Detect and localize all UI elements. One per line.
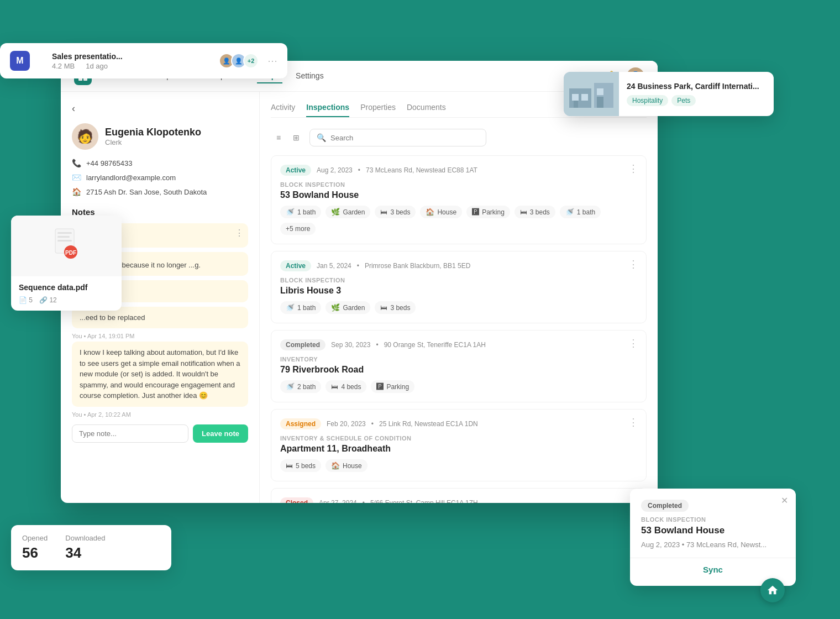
status-badge-2: Active — [280, 260, 311, 271]
tag-beds2-1: 🛏3 beds — [514, 206, 555, 218]
phone-row: 📞 +44 98765433 — [72, 159, 248, 167]
main-content: ‹ 🧑 Eugenia Klopotenko Clerk 📞 +44 98765… — [61, 92, 658, 503]
svg-rect-11 — [597, 97, 603, 108]
pdf-refs: 🔗 12 — [39, 296, 57, 304]
tag-bath-1: 🚿1 bath — [280, 206, 321, 218]
search-bar: ≡ ⊞ 🔍 — [271, 129, 647, 146]
back-button[interactable]: ‹ — [72, 103, 75, 114]
note-text-5: I know I keep talking about automation, … — [80, 348, 240, 400]
email-icon: ✉️ — [72, 173, 81, 182]
pdf-preview: PDF — [11, 216, 122, 276]
svg-rect-9 — [597, 88, 603, 95]
card-menu-2[interactable]: ⋮ — [628, 259, 638, 269]
card-type-4: INVENTORY & SCHEDULE OF CONDITION — [280, 435, 637, 442]
tab-properties[interactable]: Properties — [360, 103, 396, 117]
person-avatar: 🧑 — [72, 123, 98, 150]
person-role: Clerk — [105, 138, 201, 146]
toast-title: Sales presentatio... — [52, 52, 210, 61]
tag-parking-1: 🅿Parking — [466, 206, 510, 218]
card-date-5: Apr 27, 2024 — [319, 499, 357, 503]
file-toast: M Sales presentatio... 4.2 MB 1d ago 👤 👤… — [0, 43, 287, 78]
sync-card: ✕ Completed BLOCK INSPECTION 53 Bowland … — [630, 489, 796, 586]
card-address-3: 90 Orange St, Teneriffe EC1A 1AH — [384, 341, 486, 349]
beds-icon-2: 🛏 — [380, 303, 387, 312]
card-type-1: BLOCK INSPECTION — [280, 181, 637, 188]
card-title-1: 53 Bowland House — [280, 190, 637, 200]
tag-beds-2: 🛏3 beds — [375, 301, 416, 314]
email-row: ✉️ larrylandlord@example.com — [72, 173, 248, 182]
toast-info: Sales presentatio... 4.2 MB 1d ago — [52, 52, 210, 70]
beds-icon-3: 🛏 — [331, 382, 338, 391]
card-address-5: 5/66 Everet St, Camp Hill EC1A 1ZH — [370, 499, 478, 503]
search-icon: 🔍 — [317, 133, 326, 142]
note-menu-icon-1[interactable]: ⋮ — [235, 228, 244, 238]
tag-garden-1: 🌿Garden — [326, 206, 370, 218]
more-options-icon[interactable]: ⋯ — [267, 55, 277, 67]
card-menu-3[interactable]: ⋮ — [628, 338, 638, 348]
parking-icon-1: 🅿 — [472, 208, 479, 216]
leave-note-button[interactable]: Leave note — [193, 424, 248, 443]
card-top-row-5: Closed Apr 27, 2024 • 5/66 Everet St, Ca… — [280, 497, 637, 503]
svg-rect-10 — [574, 101, 578, 108]
status-badge-1: Active — [280, 165, 311, 176]
card-tags-1: 🚿1 bath 🌿Garden 🛏3 beds 🏠House 🅿Parking … — [280, 206, 637, 235]
pdf-stats: 📄 5 🔗 12 — [19, 296, 114, 304]
tag-beds-4: 🛏5 beds — [280, 459, 321, 472]
svg-text:PDF: PDF — [65, 250, 76, 256]
card-top-row-4: Assigned Feb 20, 2023 • 25 Link Rd, News… — [280, 418, 637, 429]
bath-icon-2: 🚿 — [286, 303, 295, 312]
sync-card-close-button[interactable]: ✕ — [781, 495, 788, 506]
card-type-2: BLOCK INSPECTION — [280, 277, 637, 284]
opened-value: 56 — [22, 544, 48, 562]
card-date-2: Jan 5, 2024 — [317, 262, 351, 270]
list-view-icon[interactable]: ≡ — [271, 130, 286, 145]
app-window: Dashboard Inspections Properties People … — [61, 61, 658, 503]
inspections-panel: Activity Inspections Properties Document… — [260, 92, 658, 503]
tab-activity[interactable]: Activity — [271, 103, 295, 117]
file-time: 1d ago — [86, 62, 108, 70]
grid-view-icon[interactable]: ⊞ — [288, 130, 304, 145]
card-date-1: Aug 2, 2023 — [317, 166, 353, 174]
parking-icon-3: 🅿 — [376, 382, 384, 391]
card-title-4: Apartment 11, Broadheath — [280, 444, 637, 454]
svg-rect-14 — [57, 236, 70, 238]
prop-tag-1: Hospitality — [627, 95, 668, 106]
beds-icon-1: 🛏 — [380, 208, 387, 216]
house-icon-1: 🏠 — [426, 208, 434, 216]
card-top-row-3: Completed Sep 30, 2023 • 90 Orange St, T… — [280, 339, 637, 350]
tag-house-4: 🏠House — [326, 459, 368, 472]
house-icon-4: 🏠 — [331, 461, 340, 470]
inspection-card-1: ⋮ Active Aug 2, 2023 • 73 McLeans Rd, Ne… — [271, 155, 647, 244]
downloaded-label: Downloaded — [65, 534, 105, 542]
bath-icon-1: 🚿 — [286, 208, 295, 216]
note-meta-5: You • Apr 14, 19:01 PM — [72, 333, 248, 339]
beds2-icon-1: 🛏 — [520, 208, 527, 216]
tag-more-1: +5 more — [280, 223, 316, 235]
note-input[interactable] — [72, 424, 188, 443]
bath-icon-3: 🚿 — [286, 382, 295, 391]
card-top-row-1: Active Aug 2, 2023 • 73 McLeans Rd, News… — [280, 165, 637, 176]
note-meta-6: You • Apr 2, 10:22 AM — [72, 411, 248, 418]
home-fab-button[interactable] — [760, 578, 785, 602]
note-input-row: Leave note — [72, 424, 248, 443]
file-size: 4.2 MB — [52, 62, 75, 70]
status-badge-3: Completed — [280, 339, 326, 350]
tag-parking-3: 🅿Parking — [371, 380, 414, 393]
card-title-2: Libris House 3 — [280, 286, 637, 296]
address-icon: 🏠 — [72, 187, 81, 196]
tag-beds-1: 🛏3 beds — [375, 206, 416, 218]
search-input[interactable] — [330, 134, 479, 142]
address-row: 🏠 2715 Ash Dr. San Jose, South Dakota — [72, 187, 248, 196]
person-name: Eugenia Klopotenko — [105, 127, 201, 138]
status-badge-4: Assigned — [280, 418, 321, 429]
card-menu-4[interactable]: ⋮ — [628, 417, 638, 427]
card-address-1: 73 McLeans Rd, Newstead EC88 1AT — [366, 166, 477, 174]
card-menu-1[interactable]: ⋮ — [628, 164, 638, 174]
profile-info: 📞 +44 98765433 ✉️ larrylandlord@example.… — [72, 159, 248, 196]
tab-documents[interactable]: Documents — [407, 103, 446, 117]
sync-title: 53 Bowland House — [641, 525, 785, 536]
tab-inspections[interactable]: Inspections — [306, 103, 349, 117]
garden-icon-1: 🌿 — [331, 208, 340, 216]
sync-button[interactable]: Sync — [630, 558, 796, 581]
nav-settings[interactable]: Settings — [296, 69, 324, 83]
